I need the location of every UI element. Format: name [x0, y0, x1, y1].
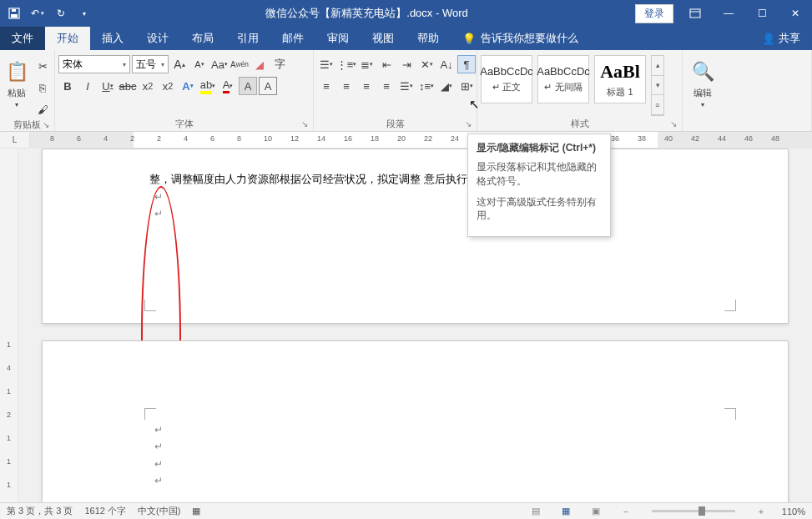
window-title: 微信公众号【新精英充电站】.docx - Word [98, 6, 635, 21]
document-area: 141211121 整，调整幅度由人力资源部根据公司经营状况，拟定调整 意后执行… [0, 149, 812, 502]
font-size-combo[interactable]: 五号▾ [132, 55, 169, 73]
numbering-icon[interactable]: ⋮≡▾ [337, 55, 356, 73]
macro-icon[interactable]: ▦ [192, 506, 200, 516]
decrease-indent-icon[interactable]: ⇤ [377, 55, 396, 73]
group-editing: 🔍 编辑 ▾ [683, 50, 812, 131]
font-name-combo[interactable]: 宋体▾ [58, 55, 130, 73]
underline-button[interactable]: U▾ [98, 77, 117, 95]
language[interactable]: 中文(中国) [138, 505, 180, 517]
zoom-slider[interactable] [652, 510, 735, 512]
paragraph-mark: ↵ [43, 421, 788, 438]
bold-button[interactable]: B [58, 77, 77, 95]
login-button[interactable]: 登录 [635, 4, 673, 23]
borders-icon[interactable]: ⊞▾ [457, 77, 476, 95]
document-text[interactable]: 整，调整幅度由人力资源部根据公司经营状况，拟定调整 意后执行。↵ [43, 149, 788, 189]
page-upper[interactable]: 整，调整幅度由人力资源部根据公司经营状况，拟定调整 意后执行。↵ ↵ ↵ [42, 149, 789, 324]
multilevel-icon[interactable]: ≣▾ [357, 55, 376, 73]
page-lower[interactable]: ↵ ↵ ↵ ↵ [42, 340, 789, 502]
document-pages[interactable]: 整，调整幅度由人力资源部根据公司经营状况，拟定调整 意后执行。↵ ↵ ↵ ↵ ↵… [18, 149, 812, 502]
italic-button[interactable]: I [78, 77, 97, 95]
subscript-icon[interactable]: x2 [139, 77, 157, 95]
style-nospacing[interactable]: AaBbCcDc↵ 无间隔 [537, 55, 589, 103]
distribute-icon[interactable]: ☰▾ [397, 77, 416, 95]
char-border-icon[interactable]: A [259, 77, 277, 95]
align-center-icon[interactable]: ≡ [337, 77, 356, 95]
maximize-icon[interactable]: ☐ [745, 0, 779, 27]
share-button[interactable]: 👤共享 [750, 27, 812, 50]
read-mode-icon[interactable]: ▤ [527, 506, 545, 516]
paragraph-mark: ↵ [43, 438, 788, 455]
text-effects-icon[interactable]: A▾ [179, 77, 197, 95]
shading-icon[interactable]: ◢▾ [437, 77, 456, 95]
tab-view[interactable]: 视图 [361, 27, 406, 50]
align-right-icon[interactable]: ≡ [357, 77, 376, 95]
page-count[interactable]: 第 3 页，共 3 页 [7, 505, 73, 517]
strike-icon[interactable]: abc [119, 77, 137, 95]
line-spacing-icon[interactable]: ↕≡▾ [417, 77, 436, 95]
font-label: 字体 [175, 118, 194, 130]
zoom-level[interactable]: 110% [782, 506, 805, 516]
tab-selector[interactable]: L [0, 132, 30, 148]
sort-icon[interactable]: A↓ [437, 55, 456, 73]
tell-me[interactable]: 💡告诉我你想要做什么 [451, 27, 590, 50]
tab-help[interactable]: 帮助 [406, 27, 451, 50]
format-painter-icon[interactable]: 🖌 [33, 100, 52, 118]
minimize-icon[interactable]: — [712, 0, 745, 27]
print-layout-icon[interactable]: ▦ [557, 506, 575, 516]
justify-icon[interactable]: ≡ [377, 77, 396, 95]
align-left-icon[interactable]: ≡ [317, 77, 335, 95]
style-normal[interactable]: AaBbCcDc↵ 正文 [481, 55, 532, 103]
tab-review[interactable]: 审阅 [315, 27, 361, 50]
editing-button[interactable]: 🔍 编辑 ▾ [686, 55, 719, 108]
phonetic-icon[interactable]: Awén [230, 55, 249, 73]
vertical-ruler[interactable]: 141211121 [0, 149, 18, 502]
change-case-icon[interactable]: Aa▾ [210, 55, 229, 73]
paste-icon: 📋 [3, 58, 30, 85]
undo-icon[interactable]: ↶▾ [27, 3, 48, 24]
tab-design[interactable]: 设计 [135, 27, 180, 50]
copy-icon[interactable]: ⎘ [33, 78, 52, 97]
clear-format-icon[interactable]: ◢ [250, 55, 269, 73]
word-count[interactable]: 1612 个字 [84, 505, 126, 517]
redo-icon[interactable]: ↻ [50, 3, 72, 24]
paragraph-label: 段落 [386, 118, 405, 130]
styles-launcher-icon[interactable]: ↘ [670, 119, 677, 128]
show-marks-icon[interactable]: ¶ [457, 55, 476, 73]
ribbon-display-icon[interactable] [678, 0, 712, 27]
ribbon: 📋 粘贴 ▾ ✂ ⎘ 🖌 剪贴板↘ 宋体▾ 五号▾ A▴ A▾ Aa▾ Aw [0, 50, 812, 132]
tab-insert[interactable]: 插入 [90, 27, 135, 50]
font-color-icon[interactable]: A▾ [219, 77, 237, 95]
tab-mail[interactable]: 邮件 [270, 27, 315, 50]
bullets-icon[interactable]: ☰▾ [317, 55, 335, 73]
zoom-in-icon[interactable]: + [752, 506, 770, 516]
save-icon[interactable] [3, 3, 25, 24]
margin-corner-icon [724, 300, 736, 311]
styles-scrollbar[interactable]: ▴▾≡ [651, 55, 664, 116]
font-launcher-icon[interactable]: ↘ [301, 119, 308, 128]
paste-button[interactable]: 📋 粘贴 ▾ [3, 55, 30, 108]
qat-customize-icon[interactable]: ▾ [73, 3, 95, 24]
superscript-icon[interactable]: x2 [159, 77, 177, 95]
char-shading-icon[interactable]: A [239, 77, 257, 95]
margin-corner-icon [144, 408, 156, 420]
close-icon[interactable]: ✕ [779, 0, 812, 27]
clipboard-launcher-icon[interactable]: ↘ [43, 120, 49, 129]
style-heading1[interactable]: AaBl标题 1 [594, 55, 646, 103]
tab-layout[interactable]: 布局 [180, 27, 225, 50]
horizontal-ruler[interactable]: L 86422468101214161820222426283032343638… [0, 132, 812, 149]
cut-icon[interactable]: ✂ [33, 57, 52, 75]
tab-file[interactable]: 文件 [0, 27, 45, 50]
asian-layout-icon[interactable]: ✕▾ [417, 55, 436, 73]
enclose-icon[interactable]: 字 [270, 55, 289, 73]
paragraph-launcher-icon[interactable]: ↘ [465, 119, 472, 128]
web-layout-icon[interactable]: ▣ [587, 506, 605, 516]
tab-references[interactable]: 引用 [225, 27, 270, 50]
increase-indent-icon[interactable]: ⇥ [397, 55, 416, 73]
grow-font-icon[interactable]: A▴ [170, 55, 189, 73]
zoom-out-icon[interactable]: − [617, 506, 635, 516]
tab-home[interactable]: 开始 [45, 27, 90, 50]
highlight-icon[interactable]: ab▾ [199, 77, 217, 95]
tooltip: 显示/隐藏编辑标记 (Ctrl+*) 显示段落标记和其他隐藏的格式符号。 这对于… [467, 134, 611, 237]
shrink-font-icon[interactable]: A▾ [190, 55, 209, 73]
paragraph-mark: ↵ [43, 456, 788, 472]
